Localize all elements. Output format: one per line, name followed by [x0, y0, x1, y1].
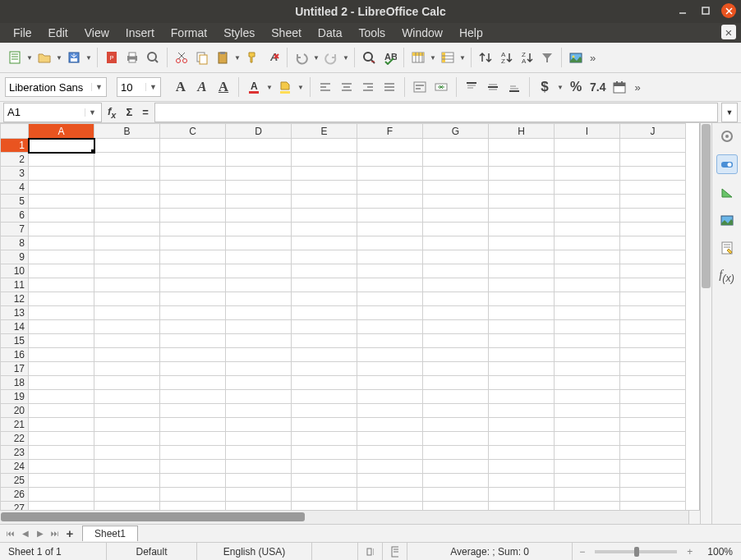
cell[interactable] [160, 292, 226, 306]
wrap-text-button[interactable] [410, 76, 430, 98]
menu-data[interactable]: Data [310, 25, 351, 41]
status-style[interactable]: Default [107, 543, 197, 560]
cell[interactable] [29, 488, 94, 502]
cell[interactable] [94, 278, 160, 292]
cell[interactable] [555, 320, 620, 334]
cell[interactable] [423, 460, 489, 474]
bold-button[interactable]: A [171, 76, 191, 98]
align-justify-button[interactable] [380, 76, 399, 98]
row-header[interactable]: 6 [1, 209, 29, 223]
cell[interactable] [226, 460, 292, 474]
row-header[interactable]: 24 [1, 460, 29, 474]
cell[interactable] [292, 404, 357, 418]
column-header[interactable]: A [29, 124, 94, 139]
tab-add-button[interactable]: + [62, 526, 77, 540]
cell[interactable] [423, 474, 489, 488]
cell[interactable] [292, 292, 357, 306]
cell[interactable] [160, 153, 226, 167]
tab-last-button[interactable]: ⏭ [48, 527, 62, 540]
cell[interactable] [357, 488, 423, 502]
valign-bottom-button[interactable] [504, 76, 524, 98]
cell[interactable] [160, 167, 226, 181]
cell[interactable] [94, 292, 160, 306]
redo-dropdown[interactable]: ▼ [342, 54, 350, 62]
column-button[interactable] [438, 47, 458, 68]
cell[interactable] [555, 418, 620, 432]
cell[interactable] [555, 167, 620, 181]
cell[interactable] [357, 250, 423, 264]
redo-button[interactable] [321, 47, 341, 68]
cell[interactable] [357, 167, 423, 181]
cell[interactable] [555, 278, 620, 292]
cell[interactable] [555, 181, 620, 195]
cell[interactable] [620, 278, 686, 292]
cell[interactable] [94, 209, 160, 223]
currency-dropdown[interactable]: ▼ [556, 84, 564, 91]
sort-desc-button[interactable]: ZA [517, 47, 536, 68]
cell[interactable] [292, 236, 357, 250]
cell[interactable] [423, 488, 489, 502]
cell[interactable] [489, 278, 555, 292]
cell[interactable] [489, 306, 555, 320]
open-dropdown[interactable]: ▼ [55, 54, 63, 62]
cell[interactable] [94, 432, 160, 446]
cell[interactable] [226, 278, 292, 292]
sidebar-settings-icon[interactable] [716, 126, 738, 146]
formula-input[interactable] [155, 103, 717, 122]
row-header[interactable]: 16 [1, 348, 29, 362]
cell[interactable] [555, 446, 620, 460]
cell[interactable] [620, 167, 686, 181]
cell[interactable] [620, 181, 686, 195]
cell[interactable] [94, 181, 160, 195]
cell[interactable] [423, 167, 489, 181]
cell[interactable] [423, 390, 489, 404]
cell[interactable] [555, 362, 620, 376]
menu-sheet[interactable]: Sheet [263, 25, 310, 41]
cell[interactable] [423, 404, 489, 418]
cell[interactable] [160, 306, 226, 320]
cell[interactable] [357, 195, 423, 209]
cell[interactable] [29, 278, 94, 292]
cell[interactable] [423, 418, 489, 432]
cell[interactable] [555, 236, 620, 250]
cell[interactable] [94, 334, 160, 348]
cell[interactable] [620, 236, 686, 250]
sum-button[interactable]: Σ [122, 106, 136, 118]
valign-middle-button[interactable] [483, 76, 503, 98]
cell[interactable] [489, 432, 555, 446]
cell[interactable] [226, 404, 292, 418]
cell[interactable] [555, 223, 620, 236]
font-size-combo[interactable]: ▼ [117, 77, 161, 97]
currency-button[interactable]: $ [535, 76, 555, 98]
cell[interactable] [489, 488, 555, 502]
formula-button[interactable]: = [138, 106, 153, 118]
cell[interactable] [620, 404, 686, 418]
row-header[interactable]: 21 [1, 418, 29, 432]
cell[interactable] [29, 418, 94, 432]
cell[interactable] [489, 153, 555, 167]
cell[interactable] [292, 460, 357, 474]
cell[interactable] [555, 348, 620, 362]
cell[interactable] [620, 306, 686, 320]
sidebar-functions-icon[interactable]: f(x) [716, 266, 738, 286]
cell[interactable] [357, 362, 423, 376]
new-button[interactable] [5, 47, 25, 68]
column-header[interactable]: G [423, 124, 489, 139]
cell[interactable] [29, 404, 94, 418]
print-preview-button[interactable] [143, 47, 163, 68]
cell[interactable] [94, 223, 160, 236]
cell[interactable] [489, 139, 555, 153]
underline-button[interactable]: A [214, 76, 233, 98]
cell[interactable] [620, 488, 686, 502]
sort-button[interactable]: AZ [496, 47, 516, 68]
cell[interactable] [620, 460, 686, 474]
cell[interactable] [489, 474, 555, 488]
cell[interactable] [226, 139, 292, 153]
cell[interactable] [620, 153, 686, 167]
paste-button[interactable] [213, 47, 232, 68]
cell[interactable] [620, 432, 686, 446]
cell[interactable] [357, 376, 423, 390]
save-dropdown[interactable]: ▼ [85, 54, 93, 62]
cell[interactable] [292, 139, 357, 153]
column-header[interactable]: B [94, 124, 160, 139]
